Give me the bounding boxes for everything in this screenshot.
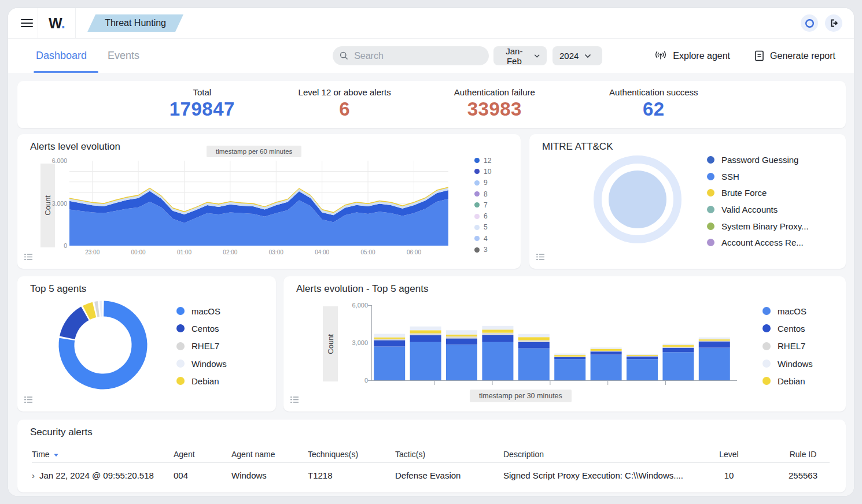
- generate-report-button[interactable]: Generate report: [751, 50, 839, 62]
- legend-label: 5: [484, 223, 488, 231]
- legend-item-valid-accounts[interactable]: Valid Accounts: [707, 201, 809, 218]
- menu-button[interactable]: [16, 12, 38, 34]
- antenna-icon: [654, 51, 667, 61]
- logout-icon: [829, 18, 838, 28]
- status-ring-button[interactable]: [801, 14, 818, 32]
- legend-item-4[interactable]: 4: [474, 233, 491, 244]
- topbar-actions: [801, 14, 842, 32]
- legend-dot-icon: [474, 158, 480, 163]
- legend-dot-icon: [474, 180, 480, 186]
- x-axis-title-chip: timestamp per 60 minutes: [207, 146, 301, 157]
- legend-item-9[interactable]: 9: [474, 177, 491, 188]
- circle-ring-icon: [805, 18, 815, 28]
- legend-label: 6: [484, 212, 488, 220]
- sort-desc-icon[interactable]: [54, 454, 58, 457]
- legend-item-windows[interactable]: Windows: [762, 355, 813, 372]
- chart-legend-toggle-icon[interactable]: [536, 253, 544, 261]
- panel-title: Alerts level evolution: [30, 141, 120, 153]
- legend-item-windows[interactable]: Windows: [176, 355, 227, 372]
- legend-item-ssh[interactable]: SSH: [707, 168, 809, 185]
- legend-label: Debian: [778, 376, 805, 386]
- tab-bar: Dashboard Events: [36, 39, 139, 73]
- expand-row-icon[interactable]: ›: [32, 470, 35, 480]
- legend-label: 9: [484, 179, 488, 187]
- legend-item-macos[interactable]: macOS: [176, 302, 227, 320]
- cell-technique-link[interactable]: T1218: [308, 470, 377, 480]
- x-axis-tick: 06:00: [407, 249, 421, 255]
- legend-item-debian[interactable]: Debian: [762, 372, 813, 390]
- legend-item-macos[interactable]: macOS: [762, 302, 813, 320]
- chart-legend-toggle-icon[interactable]: [290, 396, 299, 403]
- legend-item-rhel7[interactable]: RHEL7: [762, 338, 813, 355]
- legend-item-brute-force[interactable]: Brute Force: [707, 184, 809, 201]
- legend-dot-icon: [176, 377, 185, 385]
- legend-item-7[interactable]: 7: [474, 199, 491, 210]
- area-chart: [69, 161, 448, 246]
- document-icon: [754, 50, 764, 61]
- legend-item-10[interactable]: 10: [474, 166, 491, 177]
- panel-title: Security alerts: [30, 427, 93, 438]
- legend-item-rhel7[interactable]: RHEL7: [176, 338, 227, 355]
- legend-dot-icon: [762, 324, 771, 332]
- column-header-label: Agent: [174, 450, 195, 459]
- tab-dashboard[interactable]: Dashboard: [36, 39, 87, 73]
- legend-label: SSH: [721, 172, 739, 181]
- legend-dot-icon: [707, 173, 714, 180]
- cell-rule-id-link[interactable]: 255563: [776, 470, 830, 480]
- agents-donut-chart[interactable]: [54, 296, 152, 394]
- column-header-label: Level: [719, 450, 738, 459]
- mitre-donut-chart[interactable]: [591, 153, 684, 246]
- search-box[interactable]: [333, 46, 489, 65]
- legend-item-8[interactable]: 8: [474, 188, 491, 199]
- column-header-label: Agent name: [231, 450, 275, 459]
- breadcrumb[interactable]: Threat Hunting: [87, 14, 183, 32]
- legend-dot-icon: [176, 342, 185, 350]
- cell-agent-link[interactable]: 004: [174, 470, 214, 480]
- divider: [38, 8, 38, 38]
- search-input[interactable]: [353, 50, 482, 62]
- divider: [32, 462, 830, 463]
- legend-item-password-guessing[interactable]: Password Guessing: [707, 151, 809, 168]
- stat-label: Authentication success: [561, 87, 746, 97]
- x-axis-tick: 03:00: [269, 249, 283, 255]
- legend-label: Account Access Re...: [721, 238, 804, 247]
- toolbar-actions: Explore agent Generate report: [651, 39, 839, 73]
- legend-item-debian[interactable]: Debian: [176, 372, 227, 390]
- stat-value[interactable]: 62: [561, 98, 746, 120]
- toolbar: Dashboard Events Jan-Feb 2024: [8, 39, 854, 73]
- chart-legend-toggle-icon[interactable]: [24, 396, 32, 403]
- legend-item-system-binary-proxy[interactable]: System Binary Proxy...: [707, 218, 809, 235]
- app-logo[interactable]: W.: [49, 15, 65, 32]
- legend-label: System Binary Proxy...: [721, 221, 809, 231]
- logout-button[interactable]: [825, 14, 842, 32]
- legend-item-5[interactable]: 5: [474, 222, 491, 233]
- cell-time: ›Jan 22, 2024 @ 09:55:20.518: [32, 470, 176, 480]
- legend-dot-icon: [474, 236, 480, 241]
- column-header-agentname: Agent name: [231, 450, 301, 459]
- stat-auth-failure: Authentication failure 33983: [402, 81, 587, 120]
- tab-events[interactable]: Events: [108, 39, 139, 73]
- explore-agent-button[interactable]: Explore agent: [651, 50, 734, 62]
- legend-item-account-access-re[interactable]: Account Access Re...: [707, 234, 809, 251]
- top5-agents-legend: macOSCentosRHEL7WindowsDebian: [176, 302, 227, 390]
- mitre-legend: Password GuessingSSHBrute ForceValid Acc…: [707, 151, 809, 251]
- legend-dot-icon: [762, 377, 771, 385]
- legend-label: RHEL7: [778, 341, 805, 351]
- column-header-time[interactable]: Time: [32, 450, 176, 459]
- panel-top-5-agents: Top 5 agents macOSCentosRHEL7WindowsDebi…: [17, 276, 276, 412]
- legend-item-centos[interactable]: Centos: [176, 320, 227, 337]
- legend-dot-icon: [762, 360, 771, 368]
- legend-label: Centos: [191, 324, 219, 333]
- legend-item-3[interactable]: 3: [474, 244, 491, 255]
- chart-legend-toggle-icon[interactable]: [24, 253, 32, 261]
- legend-item-12[interactable]: 12: [474, 155, 491, 166]
- legend-label: Valid Accounts: [721, 205, 778, 214]
- year-select[interactable]: 2024: [552, 46, 602, 65]
- month-range-select[interactable]: Jan-Feb: [493, 46, 547, 65]
- stat-value[interactable]: 33983: [402, 98, 587, 120]
- column-header-desc: Description: [503, 450, 703, 459]
- column-header-label: Tactic(s): [395, 450, 425, 459]
- x-axis-ticks: 23:0000:0001:0002:0003:0004:0005:0006:00: [69, 249, 448, 257]
- legend-item-centos[interactable]: Centos: [762, 320, 813, 337]
- legend-item-6[interactable]: 6: [474, 210, 491, 221]
